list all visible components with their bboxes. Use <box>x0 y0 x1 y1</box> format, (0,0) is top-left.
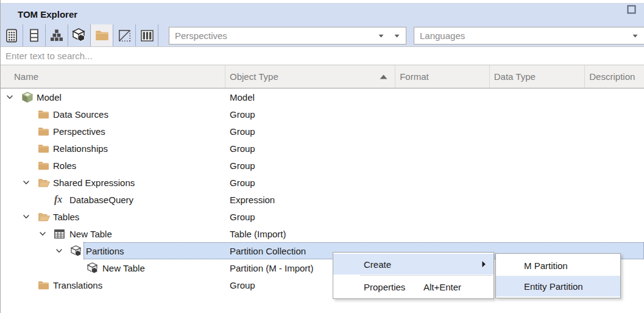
tree-item-name: Tables <box>53 212 79 222</box>
toolbar-buttons <box>1 24 158 46</box>
column-header-label: Format <box>400 71 429 82</box>
tree-item-name: Data Sources <box>53 109 108 120</box>
perspectives-combobox[interactable]: Perspectives <box>169 27 406 45</box>
sort-ascending-icon <box>380 74 387 79</box>
column-header-object-type[interactable]: Object Type <box>225 65 395 88</box>
toolbar-button-calculator[interactable] <box>1 24 23 46</box>
folder-closed-icon <box>38 110 53 119</box>
chevron-down-icon[interactable] <box>22 212 38 221</box>
partition-icon <box>71 245 86 257</box>
menu-item-label: Create <box>364 259 391 270</box>
tree-item-name: Shared Expressions <box>53 178 135 188</box>
toolbar-button-hierarchy[interactable] <box>46 24 68 46</box>
folder-closed-icon <box>38 161 53 170</box>
tree-row-model[interactable]: ModelModel <box>1 88 644 106</box>
tree-name-cell: New Table <box>1 229 226 239</box>
menu-item-properties[interactable]: PropertiesAlt+Enter <box>333 276 494 297</box>
chevron-down-icon[interactable] <box>22 178 38 187</box>
tree-item-name: Relationships <box>53 143 108 154</box>
tree-item-name: Roles <box>53 160 76 171</box>
tree-item-object-type: Group <box>230 143 255 154</box>
hierarchy-icon <box>50 29 63 41</box>
restore-window-button[interactable] <box>626 5 637 16</box>
search-input[interactable] <box>1 46 644 65</box>
context-menu: CreatePropertiesAlt+Enter <box>333 252 494 299</box>
tree-name-cell: Model <box>1 92 226 103</box>
search-bar <box>1 46 644 65</box>
toolbar-button-folder[interactable] <box>91 24 113 46</box>
tree-item-name: New Table <box>102 263 145 273</box>
folder-icon <box>95 30 109 41</box>
partition-icon <box>87 262 102 274</box>
tree-item-name: DatabaseQuery <box>69 195 133 205</box>
grid-column-headers: NameObject TypeFormatData TypeDescriptio… <box>1 65 644 88</box>
tree-row-new-table[interactable]: New TableTable (Import) <box>1 225 644 242</box>
folder-open-icon <box>38 178 53 187</box>
fx-icon: fx <box>54 195 69 204</box>
chevron-down-icon[interactable] <box>55 246 71 255</box>
tree-item-name: Translations <box>53 280 102 290</box>
tree-item-object-type: Partition Collection <box>230 246 306 256</box>
chevron-down-icon[interactable] <box>378 34 384 38</box>
restore-window-icon <box>626 4 637 17</box>
menu-item-create[interactable]: Create <box>333 254 494 275</box>
languages-combobox[interactable]: Languages <box>414 27 644 45</box>
chevron-down-icon[interactable] <box>632 34 638 38</box>
tree-row-roles[interactable]: RolesGroup <box>1 157 644 174</box>
tree-row-perspectives[interactable]: PerspectivesGroup <box>1 123 644 140</box>
folder-open-icon <box>38 212 53 221</box>
list-icon <box>29 29 39 42</box>
folder-closed-icon <box>38 281 53 290</box>
chevron-down-icon[interactable] <box>38 229 54 238</box>
tree-name-cell: Relationships <box>1 143 226 154</box>
column-header-format[interactable]: Format <box>395 65 490 88</box>
perspectives-combo-buttons <box>378 34 400 38</box>
tree-item-name: Perspectives <box>53 126 105 137</box>
chevron-down-icon[interactable] <box>5 93 21 101</box>
tree-row-relationships[interactable]: RelationshipsGroup <box>1 140 644 157</box>
tree-name-cell: Roles <box>1 160 226 171</box>
tree-name-cell: Tables <box>1 212 226 222</box>
title-bar: TOM Explorer <box>1 3 644 25</box>
submenu-item-m-partition[interactable]: M Partition <box>496 255 620 276</box>
tree-item-object-type: Group <box>230 160 255 171</box>
create-submenu: M PartitionEntity Partition <box>495 253 621 298</box>
toolbar-button-cube[interactable] <box>68 24 91 46</box>
menu-item-shortcut: Alt+Enter <box>423 282 461 292</box>
tree-item-object-type: Group <box>230 178 255 188</box>
tree-name-cell: Perspectives <box>1 126 226 137</box>
cube-icon <box>72 28 87 43</box>
toolbar-button-list[interactable] <box>23 24 46 46</box>
languages-value: Languages <box>420 31 632 41</box>
chevron-down-icon[interactable] <box>394 34 400 38</box>
column-header-label: Object Type <box>230 71 278 82</box>
column-header-name[interactable]: Name <box>1 65 225 88</box>
column-header-label: Name <box>14 71 38 82</box>
tree-row-tables[interactable]: TablesGroup <box>1 208 644 225</box>
folder-closed-icon <box>38 127 53 136</box>
columns-icon <box>141 30 154 41</box>
tree-row-data-sources[interactable]: Data SourcesGroup <box>1 106 644 123</box>
toolbar-button-columns[interactable] <box>136 24 158 46</box>
column-header-description[interactable]: Description <box>585 65 644 88</box>
tree-name-cell: Translations <box>1 280 226 290</box>
submenu-item-entity-partition[interactable]: Entity Partition <box>496 276 620 297</box>
tree-name-cell: Partitions <box>1 245 226 257</box>
window-title: TOM Explorer <box>18 9 77 20</box>
tree-item-object-type: Group <box>230 212 255 222</box>
perspectives-value: Perspectives <box>175 31 378 41</box>
tree-name-cell: Data Sources <box>1 109 226 120</box>
tree-row-databasequery[interactable]: fxDatabaseQueryExpression <box>1 191 644 208</box>
column-header-data-type[interactable]: Data Type <box>490 65 586 88</box>
tree-name-cell: Shared Expressions <box>1 178 226 188</box>
tree-item-name: New Table <box>69 229 112 239</box>
column-header-label: Data Type <box>494 71 536 82</box>
tree-item-object-type: Expression <box>230 195 275 205</box>
toolbar-button-diagonal-square[interactable] <box>113 24 136 46</box>
diagonal-square-icon <box>118 29 131 42</box>
menu-item-label: Entity Partition <box>524 281 583 292</box>
folder-closed-icon <box>38 144 53 153</box>
menu-item-label: Properties <box>364 282 405 292</box>
menu-item-label: M Partition <box>524 261 568 271</box>
tree-row-shared-expressions[interactable]: Shared ExpressionsGroup <box>1 174 644 191</box>
